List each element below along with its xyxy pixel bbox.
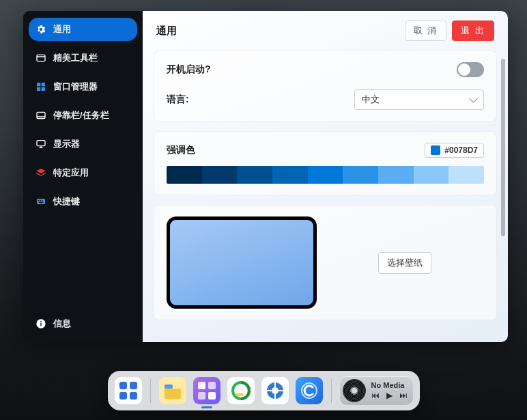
choose-wallpaper-button[interactable]: 选择壁纸	[378, 252, 431, 274]
svg-rect-37	[296, 377, 323, 404]
dock-app-launcher[interactable]	[115, 377, 142, 404]
dock-separator	[331, 378, 332, 403]
grid-icon	[35, 81, 46, 92]
sidebar-item-window-manager[interactable]: 窗口管理器	[29, 75, 137, 98]
settings-content: 通用 取 消 退 出 开机启动? 语言: 中文	[143, 11, 508, 342]
accent-swatch-mini	[431, 145, 440, 155]
svg-rect-20	[119, 382, 127, 389]
sidebar-item-label: 停靠栏/任务栏	[53, 109, 109, 122]
dock: No Media ⏮ ▶ ⏭	[108, 371, 420, 410]
accent-head: 强调色 #0078D7	[167, 143, 484, 158]
sidebar-item-display[interactable]: 显示器	[29, 132, 137, 156]
svg-rect-8	[37, 141, 45, 146]
sidebar-list: 通用 精美工具栏 窗口管理器 停靠栏/任务栏	[29, 18, 137, 313]
svg-rect-30	[208, 392, 216, 400]
sidebar-item-label: 特定应用	[53, 167, 89, 179]
accent-swatch[interactable]	[343, 166, 378, 184]
media-next-button[interactable]: ⏭	[399, 391, 408, 400]
accent-hex-text: #0078D7	[444, 145, 478, 155]
dock-app-settings[interactable]	[193, 377, 220, 404]
svg-rect-13	[40, 200, 41, 201]
svg-rect-26	[193, 377, 220, 404]
sidebar-item-general[interactable]: 通用	[29, 18, 137, 41]
dock-app-files[interactable]	[159, 377, 186, 404]
dock-app-browser-blue[interactable]	[261, 377, 289, 404]
media-play-button[interactable]: ▶	[386, 391, 393, 400]
accent-swatch[interactable]	[167, 166, 202, 184]
sidebar-item-info[interactable]: 信息	[29, 313, 137, 334]
settings-sidebar: 通用 精美工具栏 窗口管理器 停靠栏/任务栏	[23, 11, 143, 342]
media-prev-button[interactable]: ⏮	[371, 391, 380, 400]
content-header: 通用 取 消 退 出	[143, 11, 508, 51]
card-general: 开机启动? 语言: 中文	[154, 51, 497, 122]
svg-rect-0	[37, 55, 45, 61]
accent-swatch-row	[167, 166, 484, 184]
language-select[interactable]: 中文	[354, 89, 484, 110]
sidebar-item-label: 通用	[53, 23, 71, 36]
media-controls: ⏮ ▶ ⏭	[371, 391, 408, 400]
content-body[interactable]: 开机启动? 语言: 中文 强调色	[143, 51, 508, 342]
dock-wrap: No Media ⏮ ▶ ⏭	[0, 371, 527, 410]
cancel-button[interactable]: 取 消	[405, 20, 447, 41]
svg-rect-22	[119, 392, 127, 400]
dock-media-widget: No Media ⏮ ▶ ⏭	[340, 376, 413, 405]
media-title: No Media	[371, 381, 408, 389]
sidebar-item-label: 窗口管理器	[53, 81, 98, 93]
svg-rect-28	[208, 382, 216, 389]
svg-rect-6	[37, 112, 45, 118]
scrollbar-thumb[interactable]	[501, 59, 505, 236]
row-startup: 开机启动?	[167, 62, 484, 77]
accent-swatch[interactable]	[308, 166, 343, 184]
svg-point-36	[272, 387, 279, 394]
wallpaper-row: 选择壁纸	[167, 216, 484, 309]
dock-app-browser-green[interactable]	[227, 377, 255, 404]
wallpaper-thumbnail[interactable]	[167, 216, 317, 309]
sidebar-item-specific-apps[interactable]: 特定应用	[29, 161, 137, 184]
svg-rect-3	[42, 83, 45, 86]
exit-button[interactable]: 退 出	[452, 20, 494, 41]
sidebar-item-shortcuts[interactable]: 快捷键	[29, 190, 137, 213]
svg-rect-25	[165, 384, 173, 389]
accent-swatch[interactable]	[448, 166, 484, 184]
page-title: 通用	[156, 25, 399, 38]
monitor-icon	[35, 139, 46, 150]
svg-rect-14	[42, 200, 42, 201]
svg-rect-5	[42, 87, 45, 91]
sidebar-footer-label: 信息	[53, 318, 71, 330]
info-icon	[35, 318, 46, 329]
svg-rect-12	[38, 200, 39, 201]
sidebar-item-label: 精美工具栏	[53, 52, 98, 64]
accent-swatch[interactable]	[414, 166, 449, 184]
window-icon	[35, 53, 46, 64]
card-accent: 强调色 #0078D7	[154, 131, 497, 195]
dock-app-c[interactable]	[296, 377, 323, 404]
sidebar-item-toolbar[interactable]: 精美工具栏	[29, 46, 137, 70]
startup-label: 开机启动?	[167, 64, 228, 76]
settings-window: 通用 精美工具栏 窗口管理器 停靠栏/任务栏	[23, 11, 508, 342]
startup-toggle[interactable]	[457, 62, 484, 77]
svg-rect-19	[115, 377, 142, 404]
accent-label: 强调色	[167, 144, 195, 156]
dock-icon	[35, 110, 46, 121]
accent-swatch[interactable]	[378, 166, 414, 184]
gear-icon	[35, 24, 46, 35]
row-language: 语言: 中文	[167, 89, 484, 110]
accent-swatch[interactable]	[272, 166, 308, 184]
svg-rect-11	[37, 199, 45, 204]
language-select-value: 中文	[362, 94, 380, 104]
sidebar-item-dock-taskbar[interactable]: 停靠栏/任务栏	[29, 104, 137, 127]
svg-rect-15	[39, 202, 44, 203]
sidebar-item-label: 快捷键	[53, 195, 80, 208]
svg-point-18	[40, 321, 42, 322]
svg-rect-17	[40, 323, 41, 326]
svg-rect-27	[198, 382, 205, 389]
accent-swatch[interactable]	[237, 166, 272, 184]
accent-value-chip[interactable]: #0078D7	[425, 143, 484, 158]
layers-icon	[35, 167, 46, 178]
accent-swatch[interactable]	[202, 166, 238, 184]
svg-rect-4	[37, 87, 40, 91]
keyboard-icon	[35, 196, 46, 207]
dock-separator	[150, 378, 151, 403]
language-label: 语言:	[167, 94, 228, 106]
svg-rect-29	[198, 392, 205, 400]
